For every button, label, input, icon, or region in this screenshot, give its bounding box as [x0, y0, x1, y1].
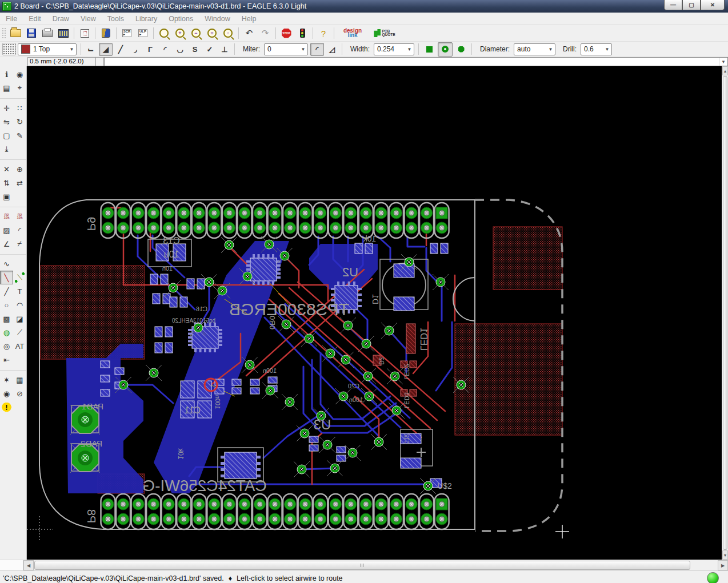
open-button[interactable] — [8, 26, 23, 41]
zoom-out-button[interactable]: − — [189, 26, 203, 41]
palette-tool-move[interactable]: ✛ — [0, 101, 13, 115]
cam-processor-button[interactable] — [56, 26, 71, 41]
palette-tool-wire[interactable]: ╱ — [0, 284, 13, 298]
miter-round-button[interactable]: ◜ — [310, 43, 324, 56]
palette-tool-text[interactable]: T — [13, 284, 26, 298]
menu-file[interactable]: File — [0, 14, 23, 24]
zoom-fit-button[interactable] — [157, 26, 171, 41]
palette-tool-pinswap[interactable]: ⇅ — [0, 176, 13, 190]
palette-tool-rect[interactable]: ▩ — [0, 312, 13, 325]
via-shape-octagon-button[interactable] — [454, 42, 469, 57]
via-shape-square-button[interactable] — [422, 42, 437, 57]
diameter-select[interactable]: auto ▼ — [514, 43, 555, 55]
restore-button[interactable]: ▢ — [682, 0, 701, 10]
board-canvas[interactable]: P9C1310u10n10kU2D1LED1LED2LED3D20R0C16bq… — [27, 66, 722, 560]
palette-tool-polygon[interactable]: ◪ — [13, 312, 26, 325]
run-script-button[interactable]: SCR▸ — [119, 26, 134, 41]
palette-tool-split[interactable]: ∠ — [0, 237, 13, 251]
palette-tool-group[interactable]: ▢ — [0, 128, 13, 142]
scroll-right-icon[interactable]: ▶ — [718, 560, 728, 570]
palette-tool-mirror[interactable]: ⇋ — [0, 115, 13, 128]
palette-tool-name[interactable]: R210k — [0, 210, 13, 223]
run-ulp-button[interactable]: ULP▸ — [135, 26, 150, 41]
menu-view[interactable]: View — [75, 14, 102, 24]
width-select[interactable]: 0.254 ▼ — [374, 43, 414, 55]
wire-bend-6-button[interactable]: ◡ — [173, 43, 187, 56]
scroll-up-icon[interactable]: ▲ — [722, 66, 728, 75]
menu-help[interactable]: Help — [236, 14, 262, 24]
palette-tool-copy[interactable]: ∷ — [13, 101, 26, 115]
palette-tool-change[interactable]: ✎ — [13, 128, 26, 142]
palette-tool-mark[interactable]: ⌖ — [13, 81, 26, 95]
board-schematic-button[interactable] — [77, 26, 92, 41]
palette-tool-blank3[interactable] — [13, 257, 26, 271]
palette-tool-delete[interactable]: ✕ — [0, 162, 13, 176]
palette-tool-signal[interactable]: ⟋ — [13, 325, 26, 339]
palette-tool-add[interactable]: ⊕ — [13, 162, 26, 176]
horizontal-scroll-thumb[interactable] — [34, 561, 690, 570]
palette-tool-paste[interactable]: ⤓ — [0, 142, 13, 156]
minimize-button[interactable]: — — [664, 0, 682, 10]
palette-tool-attribute[interactable]: AT — [13, 339, 26, 353]
redo-button[interactable]: ↷ — [258, 26, 273, 41]
drill-select[interactable]: 0.6 ▼ — [581, 43, 612, 55]
palette-tool-replace[interactable]: ⇄ — [13, 176, 26, 190]
wire-bend-5-button[interactable]: ◜ — [158, 43, 172, 56]
miter-straight-button[interactable]: ◿ — [325, 43, 339, 56]
palette-tool-display[interactable]: ▤ — [0, 81, 13, 95]
print-button[interactable] — [40, 26, 55, 41]
palette-tool-smash[interactable]: ▨ — [0, 223, 13, 237]
palette-tool-blank2[interactable] — [13, 190, 26, 203]
undo-button[interactable]: ↶ — [242, 26, 257, 41]
wire-bend-9-button[interactable]: ⊥ — [218, 43, 231, 56]
vertical-scrollbar[interactable]: ▲ ▼ — [722, 66, 728, 560]
palette-tool-ratsnest[interactable]: ✶ — [0, 373, 13, 387]
palette-tool-optimize[interactable]: ⌿ — [13, 237, 26, 251]
menu-tools[interactable]: Tools — [102, 14, 130, 24]
palette-tool-arc[interactable]: ◠ — [13, 298, 26, 312]
help-button[interactable]: ? — [316, 26, 331, 41]
palette-tool-blank1[interactable] — [13, 142, 26, 156]
wire-bend-8-button[interactable]: ✓ — [203, 43, 217, 56]
palette-tool-ripup[interactable]: ⟍ — [13, 271, 26, 284]
wire-bend-2-button[interactable]: ╱ — [114, 43, 127, 56]
palette-tool-via[interactable]: ◍ — [0, 325, 13, 339]
palette-tool-hole[interactable]: ◎ — [0, 339, 13, 353]
palette-tool-info[interactable]: ℹ — [0, 67, 13, 81]
zoom-select-button[interactable]: ≡ — [205, 26, 219, 41]
coordinate-mode-box[interactable] — [96, 57, 104, 66]
command-input[interactable]: ▼ — [104, 57, 728, 66]
save-button[interactable] — [24, 26, 39, 41]
horizontal-scrollbar[interactable]: ◀ ▶ — [0, 560, 728, 570]
palette-tool-auto[interactable]: ▦ — [13, 373, 26, 387]
palette-tool-meander[interactable]: ∿ — [0, 257, 13, 271]
miter-select[interactable]: 0 ▼ — [264, 43, 308, 55]
palette-tool-errc[interactable]: ⊘ — [13, 387, 26, 400]
library-button[interactable] — [98, 26, 113, 41]
zoom-in-button[interactable]: + — [173, 26, 187, 41]
palette-tool-miter[interactable]: ◜ — [13, 223, 26, 237]
palette-tool-drc[interactable]: ◉ — [0, 387, 13, 400]
scroll-left-icon[interactable]: ◀ — [23, 560, 34, 570]
palette-tool-blank4[interactable] — [13, 353, 26, 367]
palette-tool-rotate[interactable]: ↻ — [13, 115, 26, 128]
menu-draw[interactable]: Draw — [47, 14, 75, 24]
close-button[interactable]: ✕ — [701, 0, 725, 10]
palette-tool-errors[interactable]: ! — [0, 400, 13, 414]
palette-tool-dimension[interactable]: ⇤ — [0, 353, 13, 367]
stop-button[interactable]: STOP — [279, 26, 294, 41]
palette-tool-show[interactable]: ◉ — [13, 67, 26, 81]
via-shape-round-button[interactable] — [438, 42, 453, 57]
wire-bend-7-button[interactable]: S — [188, 43, 202, 56]
layer-select[interactable]: 1 Top ▼ — [18, 43, 77, 55]
horizontal-scroll-track[interactable] — [34, 560, 718, 570]
palette-tool-lock[interactable]: ▣ — [0, 190, 13, 203]
menu-window[interactable]: Window — [199, 14, 235, 24]
traffic-light-button[interactable] — [295, 26, 310, 41]
zoom-redraw-button[interactable]: ▫ — [221, 26, 235, 41]
vertical-scroll-thumb[interactable] — [723, 76, 727, 550]
grid-button[interactable] — [2, 43, 16, 55]
palette-tool-circle[interactable]: ○ — [0, 298, 13, 312]
menu-edit[interactable]: Edit — [23, 14, 47, 24]
palette-tool-route[interactable]: ╲ — [0, 271, 13, 284]
